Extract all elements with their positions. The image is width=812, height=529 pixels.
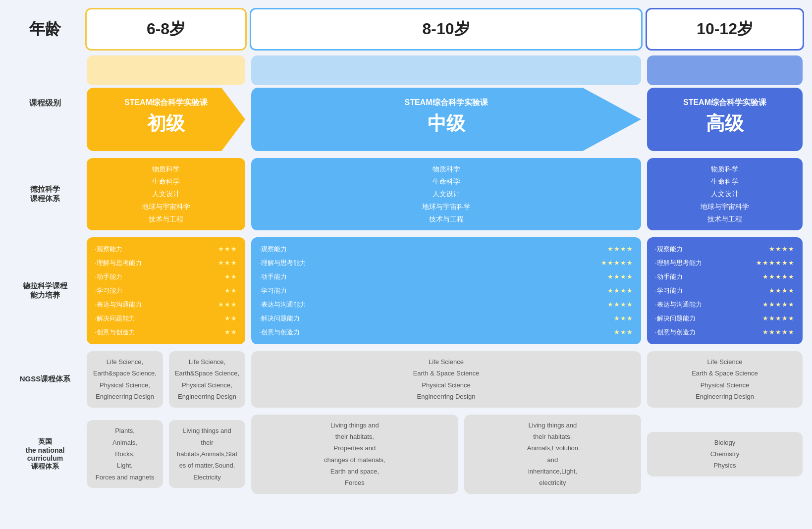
top-filler-6-8 — [87, 55, 245, 85]
ngss-8-10: Life Science Earth & Space Science Physi… — [251, 351, 641, 408]
level-cell-8-10: STEAM综合科学实验课 中级 — [251, 88, 641, 151]
level-cell-10-12: STEAM综合科学实验课 高级 — [647, 88, 803, 151]
age-header: 年龄 — [8, 8, 82, 51]
uk-8-10b: Living things and their habitats, Animal… — [464, 415, 641, 494]
curriculum-10-12: 物质科学 生命科学 人文设计 地球与宇宙科学 技术与工程 — [647, 158, 803, 230]
ability-label: 德拉科学课程 能力培养 — [8, 235, 82, 346]
age-8-10-header: 8-10岁 — [250, 8, 643, 51]
level-10-12-subtitle: STEAM综合科学实验课 — [654, 98, 796, 108]
age-10-12-header: 10-12岁 — [646, 8, 804, 51]
curriculum-8-10: 物质科学 生命科学 人文设计 地球与宇宙科学 技术与工程 — [251, 158, 641, 230]
uk-8-10a: Living things and their habitats, Proper… — [251, 415, 458, 494]
ability-6-8: ·观察能力 ★★★ ·理解与思考能力 ★★★ ·动手能力 ★★ ·学习能力 ★★… — [87, 237, 245, 344]
curriculum-6-8: 物质科学 生命科学 人文设计 地球与宇宙科学 技术与工程 — [87, 158, 245, 230]
ngss-10-12: Life Science Earth & Space Science Physi… — [647, 351, 803, 408]
ngss-label: NGSS课程体系 — [8, 349, 82, 410]
level-8-10-subtitle: STEAM综合科学实验课 — [258, 98, 634, 108]
uk-6-8b: Living things and their habitats,Animals… — [169, 420, 245, 488]
level-cell-6-8: STEAM综合科学实验课 初级 — [87, 88, 245, 151]
course-level-label: 课程级别 — [8, 53, 82, 153]
ngss-6-8a: Life Science, Earth&space Science, Physi… — [87, 351, 163, 408]
uk-6-8a: Plants, Animals, Rocks, Light, Forces an… — [87, 420, 163, 488]
ability-10-12: ·观察能力 ★★★★ ·理解与思考能力 ★★★★★★ ·动手能力 ★★★★★ ·… — [647, 237, 803, 344]
level-6-8-title: 初级 — [94, 111, 238, 136]
dela-curriculum-label: 德拉科学 课程体系 — [8, 156, 82, 232]
level-8-10-title: 中级 — [258, 111, 634, 136]
level-10-12-title: 高级 — [654, 111, 796, 136]
top-filler-10-12 — [647, 55, 803, 85]
uk-label: 英国 the national curriculum 课程体系 — [8, 413, 82, 496]
top-filler-8-10 — [251, 55, 641, 85]
level-6-8-subtitle: STEAM综合科学实验课 — [94, 98, 238, 108]
ngss-6-8b: Life Science, Earth&Space Science, Physi… — [169, 351, 245, 408]
ability-8-10: ·观察能力 ★★★★ ·理解与思考能力 ★★★★★ ·动手能力 ★★★★ ·学习… — [251, 237, 641, 344]
uk-10-12: Biology Chemistry Physics — [647, 432, 803, 476]
age-6-8-header: 6-8岁 — [85, 8, 247, 51]
